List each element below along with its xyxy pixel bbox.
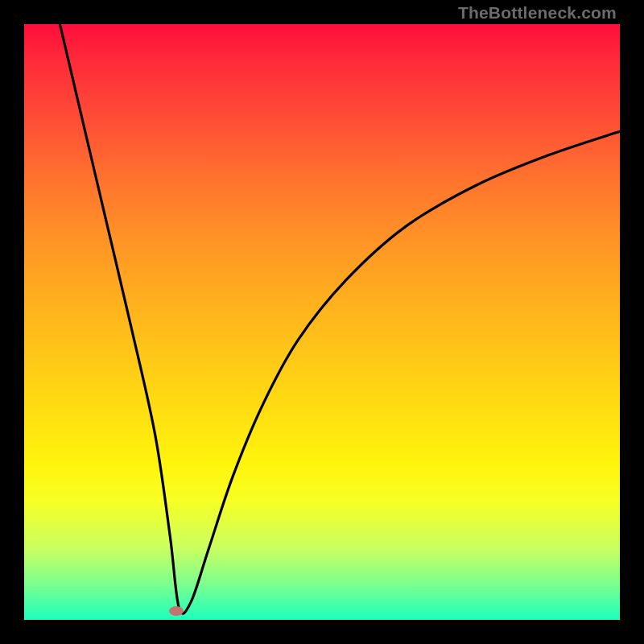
chart-frame: TheBottleneck.com — [0, 0, 644, 644]
min-marker — [169, 606, 184, 616]
watermark-text: TheBottleneck.com — [458, 3, 617, 23]
curve-path — [60, 24, 620, 613]
bottleneck-curve — [24, 24, 620, 620]
plot-area — [24, 24, 620, 620]
